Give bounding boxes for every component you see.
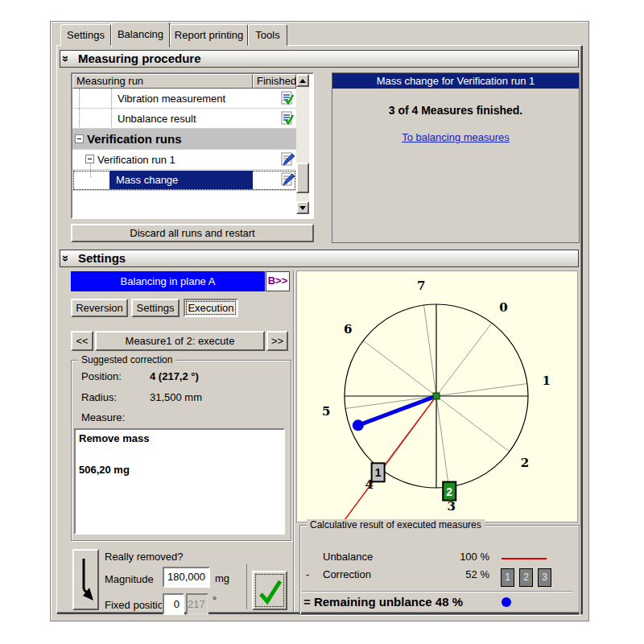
measuring-procedure-section-header[interactable]: »Measuring procedure (60, 50, 579, 68)
scroll-up-button[interactable] (296, 74, 309, 87)
position-spoke-2 (436, 396, 510, 452)
scroll-up-icon (299, 79, 306, 83)
reversion-button[interactable]: Reversion (71, 299, 128, 317)
measure-label: Measure: (81, 411, 125, 423)
tab-balancing[interactable]: Balancing (111, 22, 170, 47)
position-label-2: 2 (521, 456, 529, 470)
position-label-5: 5 (322, 404, 330, 419)
confirm-divider (246, 564, 247, 609)
position-label-3: 3 (448, 499, 456, 514)
measure-action-text: Remove mass (79, 432, 149, 444)
tree-row-label: Vibration measurement (118, 93, 225, 105)
degree-unit: ° (213, 594, 217, 606)
tab-settings[interactable]: Settings (60, 24, 111, 46)
scroll-down-icon (299, 206, 306, 210)
plane-title-bar: Balancing in plane A (71, 271, 265, 291)
radius-label: Radius: (81, 391, 117, 403)
previous-measure-button[interactable]: << (71, 331, 93, 351)
correction-marker-swatch-3: 3 (538, 568, 551, 587)
radius-value: 31,500 mm (150, 391, 202, 403)
discard-all-runs-button[interactable]: Discard all runs and restart (71, 224, 314, 242)
position-label-1: 1 (542, 374, 550, 388)
undo-direction-button[interactable] (72, 549, 99, 610)
correction-marker-swatch-1: 1 (501, 568, 514, 587)
focus-rectangle (256, 575, 283, 606)
correction-label: Correction (323, 568, 371, 580)
tab-report-printing[interactable]: Report printing (170, 24, 248, 46)
tree-row-verification-runs[interactable]: Verification runs (72, 129, 296, 150)
measure-nav-label: Measure1 of 2: execute (95, 331, 265, 351)
scrollbar-thumb[interactable] (296, 163, 309, 193)
position-spoke-6 (363, 341, 436, 396)
settings-section-header[interactable]: »Settings (60, 250, 579, 267)
position-spoke-1 (436, 384, 527, 396)
position-spoke-7 (424, 305, 436, 396)
chart-marker-label-2: 2 (446, 485, 452, 498)
collapse-minus-icon[interactable] (85, 155, 94, 163)
fixed-position-reference: 217 (186, 593, 208, 615)
magnitude-unit: mg (215, 572, 229, 584)
run-info-panel: Mass change for Verification run 1 3 of … (332, 72, 580, 243)
unbalance-value: 100 % (421, 551, 489, 563)
measure-amount-text: 506,20 mg (79, 464, 130, 476)
magnitude-input[interactable]: 180,000 (163, 567, 210, 588)
run-info-title: Mass change for Verification run 1 (332, 73, 579, 89)
remaining-unbalance-line: = Remaining unblance 48 % (303, 595, 463, 609)
tree-row-vibration-measurement[interactable]: Vibration measurement (72, 89, 296, 109)
measuring-procedure-title: Measuring procedure (78, 52, 201, 65)
really-removed-question: Really removed? (105, 551, 184, 563)
chart-center-marker (433, 393, 440, 399)
tab-tools[interactable]: Tools (248, 24, 287, 46)
measuring-run-tree: Measuring run Finished Vibration measure… (71, 72, 314, 219)
polar-chart-panel: 1201234567 (296, 270, 578, 522)
tree-row-label: Unbalance result (118, 113, 196, 125)
position-label-4: 4 (365, 477, 373, 492)
remaining-blue-dot-swatch (502, 597, 511, 607)
position-value: 4 (217,2 °) (150, 370, 199, 382)
confirm-check-button[interactable] (252, 571, 287, 610)
polar-chart: 1201234567 (297, 271, 577, 522)
tree-scrollbar[interactable] (296, 74, 309, 214)
calculative-result-group: Calculative result of executed measures … (299, 525, 580, 615)
tree-column-measuring-run[interactable]: Measuring run (72, 74, 253, 89)
collapse-minus-icon[interactable] (75, 134, 84, 143)
to-balancing-measures-link[interactable]: To balancing measures (332, 131, 579, 143)
calculative-result-legend: Calculative result of executed measures (307, 519, 485, 530)
position-spoke-0 (436, 323, 492, 396)
measures-finished-message: 3 of 4 Measures finished. (332, 104, 579, 117)
position-label-7: 7 (417, 279, 425, 293)
correction-prefix: - (306, 568, 309, 580)
scroll-down-button[interactable] (296, 201, 309, 214)
tree-row-label: Verification run 1 (97, 154, 175, 166)
chart-marker-label-1: 1 (375, 466, 382, 479)
position-label-6: 6 (344, 322, 352, 336)
next-measure-button[interactable]: >> (266, 331, 288, 351)
execution-button[interactable]: Execution (184, 299, 238, 317)
unbalance-red-line-swatch (502, 558, 547, 559)
turn-down-arrow-icon (74, 551, 97, 609)
magnitude-label: Magnitude (105, 573, 154, 585)
fixed-position-input[interactable]: 0 (163, 593, 184, 615)
collapse-chevron-icon: » (58, 53, 74, 64)
vector-remaining-unblance (358, 396, 436, 425)
measure-description-box: Remove mass 506,20 mg (74, 428, 285, 535)
suggested-correction-legend: Suggested correction (78, 354, 175, 365)
finished-check-icon (280, 91, 295, 105)
tree-row-mass-change[interactable]: Mass change (72, 170, 296, 191)
editing-pencil-icon (280, 152, 295, 167)
correction-marker-swatch-2: 2 (519, 568, 533, 587)
tree-group-label: Verification runs (87, 132, 182, 146)
plane-switch-button[interactable]: B>> (266, 271, 290, 291)
tree-row-verification-run-1[interactable]: Verification run 1 (72, 150, 296, 170)
tree-row-label: Mass change (116, 174, 178, 186)
settings-mode-button[interactable]: Settings (131, 299, 180, 317)
suggested-correction-group: Suggested correction Position: 4 (217,2 … (71, 360, 291, 541)
position-label-0: 0 (499, 300, 507, 315)
tree-column-finished[interactable]: Finished (253, 74, 296, 89)
tree-row-unbalance-result[interactable]: Unbalance result (72, 109, 296, 129)
vector-endpoint-dot (353, 419, 364, 431)
result-separator (302, 591, 572, 592)
position-label: Position: (81, 370, 122, 382)
position-spoke-3 (436, 396, 448, 487)
unbalance-label: Unbalance (323, 551, 373, 563)
